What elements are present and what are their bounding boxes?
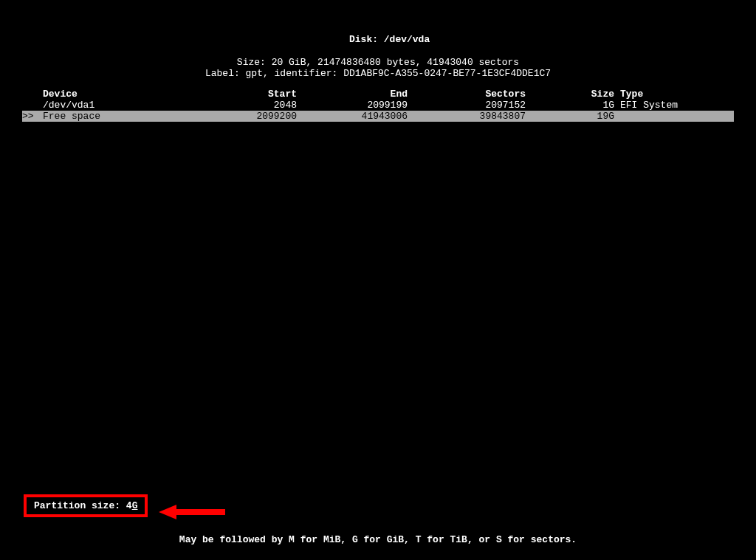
- col-type-header: Type: [614, 89, 734, 100]
- col-device-header: Device: [38, 89, 216, 100]
- col-indicator-header: [22, 89, 38, 100]
- partition-table: Device Start End Sectors Size Type /dev/…: [0, 89, 756, 122]
- row-start: 2099200: [216, 111, 297, 122]
- row-end: 41943006: [297, 111, 408, 122]
- row-size: 19G: [526, 111, 614, 122]
- disk-path: /dev/vda: [384, 34, 430, 45]
- table-header-row: Device Start End Sectors Size Type: [22, 89, 734, 100]
- row-type: EFI System: [614, 100, 734, 111]
- row-device: Free space: [38, 111, 216, 122]
- row-sectors: 39843807: [408, 111, 526, 122]
- disk-header: Disk: /dev/vda Size: 20 GiB, 21474836480…: [0, 0, 756, 80]
- disk-title: Disk: /dev/vda: [0, 22, 756, 57]
- table-row[interactable]: /dev/vda1 2048 2099199 2097152 1G EFI Sy…: [22, 100, 734, 111]
- partition-size-input[interactable]: 4G: [126, 500, 138, 511]
- partition-size-prompt: Partition size: 4G: [24, 494, 148, 517]
- row-device: /dev/vda1: [38, 100, 216, 111]
- row-type: [614, 111, 734, 122]
- partition-size-highlight-box: Partition size: 4G: [24, 494, 148, 517]
- row-indicator: >>: [22, 111, 38, 122]
- partition-size-label: Partition size:: [34, 500, 126, 511]
- col-sectors-header: Sectors: [408, 89, 526, 100]
- col-start-header: Start: [216, 89, 297, 100]
- row-indicator: [22, 100, 38, 111]
- col-end-header: End: [297, 89, 408, 100]
- size-hint-text: May be followed by M for MiB, G for GiB,…: [0, 534, 756, 545]
- disk-label-prefix: Disk:: [349, 34, 384, 45]
- annotation-arrow-icon: [159, 503, 225, 524]
- row-sectors: 2097152: [408, 100, 526, 111]
- disk-size-line: Size: 20 GiB, 21474836480 bytes, 4194304…: [0, 57, 756, 69]
- row-size: 1G: [526, 100, 614, 111]
- row-end: 2099199: [297, 100, 408, 111]
- svg-marker-1: [159, 505, 176, 519]
- table-row-selected[interactable]: >> Free space 2099200 41943006 39843807 …: [22, 111, 734, 122]
- disk-label-line: Label: gpt, identifier: DD1ABF9C-A355-02…: [0, 68, 756, 80]
- col-size-header: Size: [526, 89, 614, 100]
- row-start: 2048: [216, 100, 297, 111]
